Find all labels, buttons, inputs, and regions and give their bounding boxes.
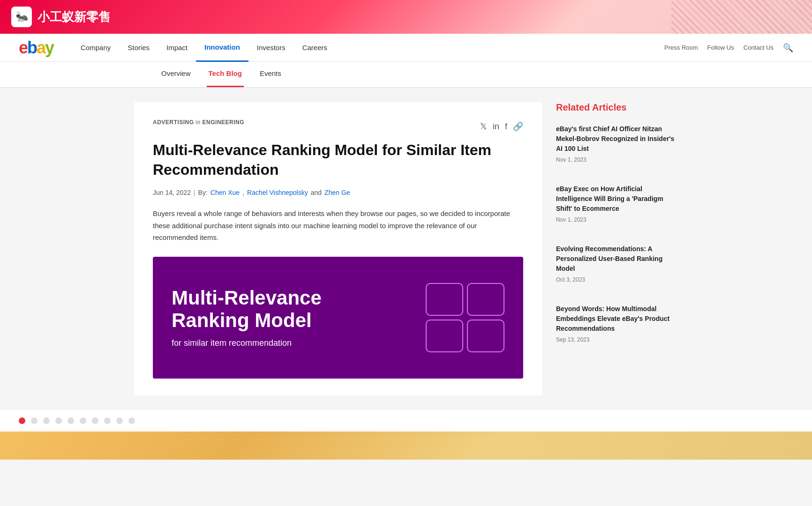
pagination-dot-2[interactable]	[31, 417, 38, 424]
related-article-3: Evolving Recommendations: A Personalized…	[556, 244, 678, 294]
logo-a: a	[37, 38, 45, 57]
nav-company[interactable]: Company	[72, 34, 119, 62]
nav-investors[interactable]: Investors	[248, 34, 294, 62]
pagination-dots	[0, 409, 812, 432]
banner-icon: 🐜	[11, 7, 32, 27]
related-articles-title: Related Articles	[556, 102, 678, 113]
banner-logo: 🐜 小工蚁新零售	[11, 7, 111, 27]
related-article-3-date: Oct 3, 2023	[556, 276, 678, 283]
article-intro: Buyers reveal a whole range of behaviors…	[153, 208, 523, 244]
article-container: ADVERTISING in ENGINEERING 𝕏 in f 🔗 Mult…	[134, 102, 542, 395]
pagination-dot-9[interactable]	[116, 417, 123, 424]
search-icon[interactable]: 🔍	[783, 43, 793, 53]
author-chen-xue[interactable]: Chen Xue	[211, 189, 240, 196]
article-date: Jun 14, 2022	[153, 189, 191, 196]
logo-e: e	[19, 38, 27, 57]
article-title: Multi-Relevance Ranking Model for Simila…	[153, 141, 523, 179]
tag-engineering: ENGINEERING	[203, 119, 245, 126]
related-article-4-title[interactable]: Beyond Words: How Multimodal Embeddings …	[556, 304, 678, 334]
meta-divider: |	[194, 189, 195, 196]
pagination-dot-8[interactable]	[104, 417, 111, 424]
related-article-4: Beyond Words: How Multimodal Embeddings …	[556, 304, 678, 353]
main-nav: ebay Company Stories Impact Innovation I…	[0, 34, 812, 62]
author-zhen-ge[interactable]: Zhen Ge	[324, 189, 350, 196]
hero-box-4	[467, 320, 504, 352]
and-text: and	[311, 189, 322, 196]
hero-box-3	[426, 320, 463, 352]
article-meta: Jun 14, 2022 | By: Chen Xue, Rachel Vish…	[153, 189, 523, 196]
linkedin-share-icon[interactable]: in	[493, 122, 499, 132]
hero-box-1	[426, 283, 463, 316]
banner-title: 小工蚁新零售	[38, 9, 111, 25]
related-article-2-title[interactable]: eBay Exec on How Artificial Intelligence…	[556, 184, 678, 214]
sub-nav: Overview Tech Blog Events	[0, 62, 812, 88]
nav-press-room[interactable]: Press Room	[664, 44, 698, 51]
hero-box-2	[467, 283, 504, 316]
related-article-2: eBay Exec on How Artificial Intelligence…	[556, 184, 678, 234]
related-article-4-date: Sep 13, 2023	[556, 336, 678, 343]
subnav-events[interactable]: Events	[258, 61, 283, 87]
twitter-share-icon[interactable]: 𝕏	[480, 121, 487, 132]
pagination-dot-6[interactable]	[80, 417, 86, 424]
link-share-icon[interactable]: 🔗	[513, 121, 523, 132]
ebay-logo[interactable]: ebay	[19, 38, 53, 58]
nav-impact[interactable]: Impact	[158, 34, 196, 62]
nav-innovation[interactable]: Innovation	[196, 34, 248, 62]
pagination-dot-4[interactable]	[55, 417, 62, 424]
pagination-dot-3[interactable]	[43, 417, 50, 424]
pagination-dot-5[interactable]	[68, 417, 74, 424]
facebook-share-icon[interactable]: f	[505, 122, 507, 132]
article-hero-image: Multi-RelevanceRanking Model for similar…	[153, 257, 523, 379]
logo-b: b	[27, 38, 37, 57]
sidebar: Related Articles eBay's first Chief AI O…	[556, 102, 678, 395]
related-article-2-date: Nov 1, 2023	[556, 216, 678, 223]
article-by: By:	[198, 189, 208, 196]
top-banner: 🐜 小工蚁新零售	[0, 0, 812, 34]
related-article-1: eBay's first Chief AI Officer Nitzan Mek…	[556, 124, 678, 174]
nav-right: Press Room Follow Us Contact Us 🔍	[664, 43, 793, 53]
hero-graphic	[426, 283, 504, 352]
subnav-tech-blog[interactable]: Tech Blog	[207, 61, 244, 87]
pagination-dot-1[interactable]	[19, 417, 25, 424]
nav-careers[interactable]: Careers	[294, 34, 336, 62]
bottom-gradient	[0, 432, 812, 460]
related-article-1-date: Nov 1, 2023	[556, 156, 678, 163]
tag-in: in	[195, 119, 202, 126]
pagination-dot-10[interactable]	[128, 417, 135, 424]
subnav-overview[interactable]: Overview	[159, 61, 193, 87]
author-rachel[interactable]: Rachel Vishnepolsky	[247, 189, 308, 196]
nav-stories[interactable]: Stories	[119, 34, 158, 62]
main-content: ADVERTISING in ENGINEERING 𝕏 in f 🔗 Mult…	[125, 88, 687, 409]
nav-contact-us[interactable]: Contact Us	[744, 44, 774, 51]
related-article-3-title[interactable]: Evolving Recommendations: A Personalized…	[556, 244, 678, 274]
article-tags: ADVERTISING in ENGINEERING	[153, 119, 244, 126]
related-article-1-title[interactable]: eBay's first Chief AI Officer Nitzan Mek…	[556, 124, 678, 154]
logo-y: y	[45, 38, 53, 57]
pagination-dot-7[interactable]	[92, 417, 98, 424]
article-share: 𝕏 in f 🔗	[480, 121, 523, 132]
nav-main-links: Company Stories Impact Innovation Invest…	[72, 34, 664, 62]
nav-follow-us[interactable]: Follow Us	[707, 44, 734, 51]
tag-advertising: ADVERTISING	[153, 119, 194, 126]
